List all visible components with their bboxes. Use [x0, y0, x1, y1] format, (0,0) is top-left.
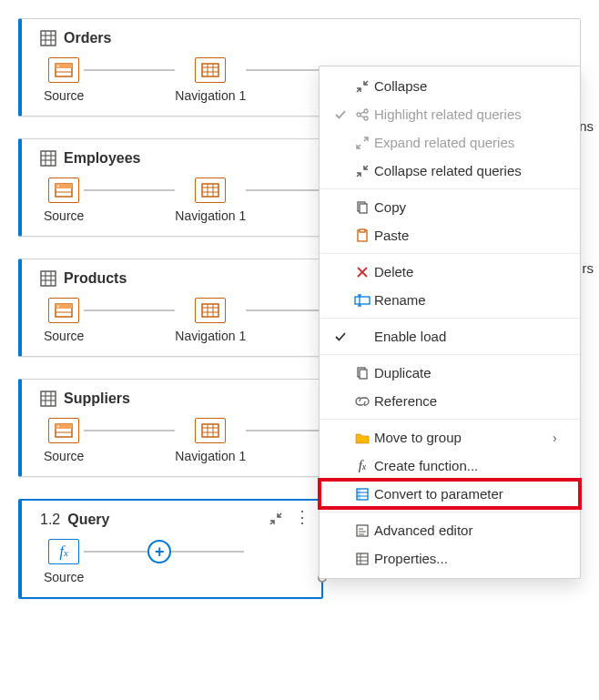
- collapse-icon[interactable]: [269, 512, 283, 529]
- datasource-icon: [48, 298, 79, 323]
- menu-advanced-editor[interactable]: Advanced editor: [320, 516, 580, 544]
- collapse-icon: [350, 164, 374, 178]
- connector: [84, 551, 147, 553]
- menu-move-to-group[interactable]: Move to group ›: [320, 423, 580, 451]
- context-menu: Collapse Highlight related queries Expan…: [319, 66, 581, 579]
- check-icon: [330, 330, 350, 343]
- card-prefix: 1.2: [40, 512, 60, 528]
- step-navigation[interactable]: Navigation 1: [175, 57, 246, 103]
- folder-icon: [350, 431, 374, 445]
- menu-expand-related: Expand related queries: [320, 128, 580, 157]
- connector: [84, 430, 175, 431]
- card-title: Suppliers: [64, 391, 130, 407]
- fx-icon: fx: [48, 539, 79, 564]
- svg-rect-76: [357, 489, 360, 500]
- svg-rect-9: [202, 64, 218, 76]
- svg-rect-0: [41, 31, 56, 46]
- menu-copy[interactable]: Copy: [320, 193, 580, 221]
- check-icon: [330, 108, 350, 121]
- svg-rect-23: [202, 184, 218, 197]
- connector: [84, 69, 175, 71]
- expand-icon: [350, 136, 374, 150]
- partial-label: ns: [579, 118, 594, 134]
- menu-create-function[interactable]: fx Create function...: [320, 451, 580, 480]
- add-step-button[interactable]: +: [147, 540, 171, 563]
- more-icon[interactable]: ⋮: [294, 512, 310, 529]
- fx-icon: fx: [350, 458, 374, 473]
- divider: [320, 419, 580, 420]
- svg-point-35: [57, 306, 59, 308]
- properties-icon: [350, 552, 374, 566]
- card-title: Query: [67, 512, 109, 528]
- partial-label: rs: [583, 260, 594, 276]
- table-icon: [40, 270, 56, 287]
- divider: [320, 354, 580, 355]
- divider: [320, 512, 580, 512]
- card-title: Employees: [64, 150, 140, 167]
- table-icon: [40, 150, 56, 167]
- menu-enable-load[interactable]: Enable load: [320, 322, 580, 350]
- svg-point-49: [57, 426, 59, 428]
- navigation-icon: [195, 57, 226, 83]
- menu-convert-to-parameter[interactable]: Convert to parameter: [320, 480, 580, 508]
- collapse-icon: [350, 79, 374, 94]
- editor-icon: [350, 523, 374, 538]
- menu-delete[interactable]: Delete: [320, 258, 580, 286]
- connector: [171, 551, 244, 553]
- menu-collapse-related[interactable]: Collapse related queries: [320, 157, 580, 185]
- datasource-icon: [48, 178, 79, 203]
- rename-icon: [350, 293, 374, 308]
- datasource-icon: [48, 418, 79, 443]
- step-source[interactable]: Source: [44, 298, 84, 343]
- menu-collapse[interactable]: Collapse: [320, 72, 580, 100]
- svg-rect-64: [360, 229, 365, 232]
- delete-icon: [350, 265, 374, 279]
- reference-icon: [350, 394, 374, 409]
- datasource-icon: [48, 57, 79, 83]
- card-title: Orders: [64, 30, 111, 46]
- query-card-selected[interactable]: 1.2 Query ⋮ fx Source +: [18, 499, 323, 599]
- svg-point-21: [57, 186, 59, 188]
- menu-duplicate[interactable]: Duplicate: [320, 359, 580, 387]
- connector: [84, 309, 175, 311]
- svg-rect-51: [202, 424, 218, 437]
- svg-line-59: [360, 111, 365, 113]
- menu-reference[interactable]: Reference: [320, 387, 580, 415]
- table-icon: [40, 391, 56, 407]
- svg-rect-37: [202, 304, 218, 317]
- svg-point-7: [57, 66, 59, 67]
- step-source[interactable]: Source: [44, 178, 84, 223]
- navigation-icon: [195, 298, 226, 323]
- table-icon: [40, 30, 56, 46]
- svg-rect-28: [41, 271, 56, 286]
- svg-rect-67: [355, 297, 370, 304]
- connector: [84, 189, 175, 191]
- svg-rect-72: [360, 370, 367, 379]
- parameter-icon: [350, 487, 374, 502]
- svg-line-60: [360, 116, 365, 117]
- chevron-right-icon: ›: [553, 431, 567, 445]
- svg-rect-81: [357, 553, 368, 564]
- menu-highlight-related: Highlight related queries: [320, 100, 580, 128]
- menu-properties[interactable]: Properties...: [320, 544, 580, 573]
- divider: [320, 253, 580, 254]
- svg-rect-14: [41, 151, 56, 166]
- menu-paste[interactable]: Paste: [320, 221, 580, 249]
- menu-rename[interactable]: Rename: [320, 286, 580, 314]
- navigation-icon: [195, 418, 226, 443]
- card-title: Products: [64, 270, 127, 287]
- copy-icon: [350, 200, 374, 215]
- divider: [320, 318, 580, 319]
- step-navigation[interactable]: Navigation 1: [175, 178, 246, 223]
- svg-rect-42: [41, 391, 56, 406]
- svg-rect-62: [360, 204, 367, 213]
- step-source-fx[interactable]: fx Source: [44, 539, 84, 584]
- paste-icon: [350, 228, 374, 243]
- share-icon: [350, 107, 374, 122]
- duplicate-icon: [350, 366, 374, 380]
- step-navigation[interactable]: Navigation 1: [175, 418, 246, 463]
- divider: [320, 188, 580, 189]
- step-source[interactable]: Source: [44, 57, 84, 103]
- step-navigation[interactable]: Navigation 1: [175, 298, 246, 343]
- step-source[interactable]: Source: [44, 418, 84, 463]
